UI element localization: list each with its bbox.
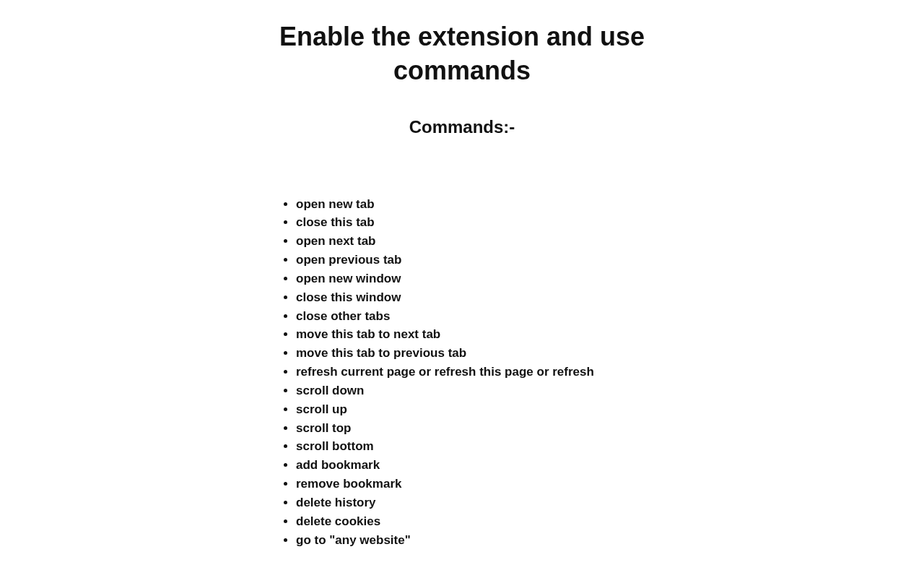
list-item: delete cookies xyxy=(296,512,700,531)
list-item: scroll bottom xyxy=(296,437,700,456)
list-item: delete history xyxy=(296,493,700,512)
commands-list: open new tab close this tab open next ta… xyxy=(296,195,700,550)
list-item: open next tab xyxy=(296,232,700,251)
list-item: move this tab to previous tab xyxy=(296,344,700,363)
list-item: scroll up xyxy=(296,400,700,419)
list-item: close this tab xyxy=(296,213,700,232)
list-item: add bookmark xyxy=(296,456,700,475)
list-item: move this tab to next tab xyxy=(296,325,700,344)
page-title: Enable the extension and use commands xyxy=(231,20,693,88)
list-item: open new tab xyxy=(296,195,700,214)
list-item: close this window xyxy=(296,288,700,307)
list-item: scroll top xyxy=(296,419,700,438)
list-item: refresh current page or refresh this pag… xyxy=(296,363,700,381)
commands-heading: Commands:- xyxy=(0,117,924,137)
page-container: Enable the extension and use commands Co… xyxy=(0,0,924,549)
list-item: go to "any website" xyxy=(296,531,700,550)
list-item: remove bookmark xyxy=(296,475,700,493)
list-item: open previous tab xyxy=(296,251,700,269)
list-item: close other tabs xyxy=(296,307,700,326)
list-item: open new window xyxy=(296,269,700,288)
list-item: scroll down xyxy=(296,381,700,400)
